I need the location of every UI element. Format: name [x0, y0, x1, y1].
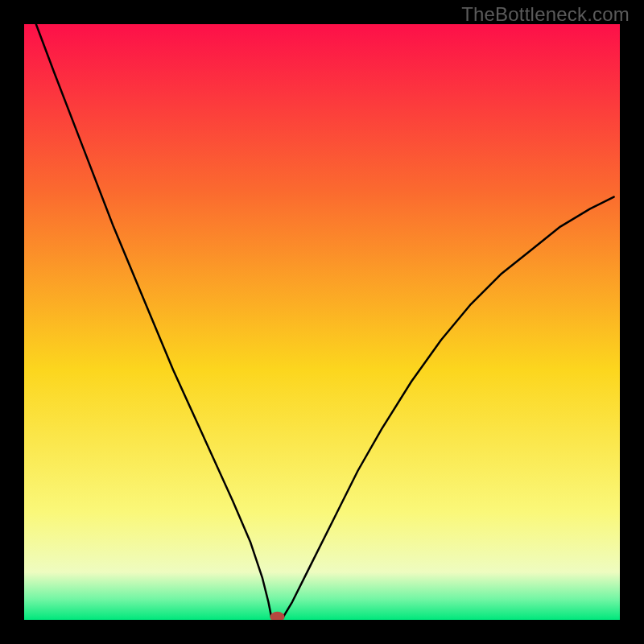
gradient-background — [24, 24, 620, 620]
plot-area — [24, 24, 620, 620]
watermark-text: TheBottleneck.com — [461, 3, 630, 26]
chart-frame: TheBottleneck.com — [0, 0, 644, 644]
plot-svg — [24, 24, 620, 620]
